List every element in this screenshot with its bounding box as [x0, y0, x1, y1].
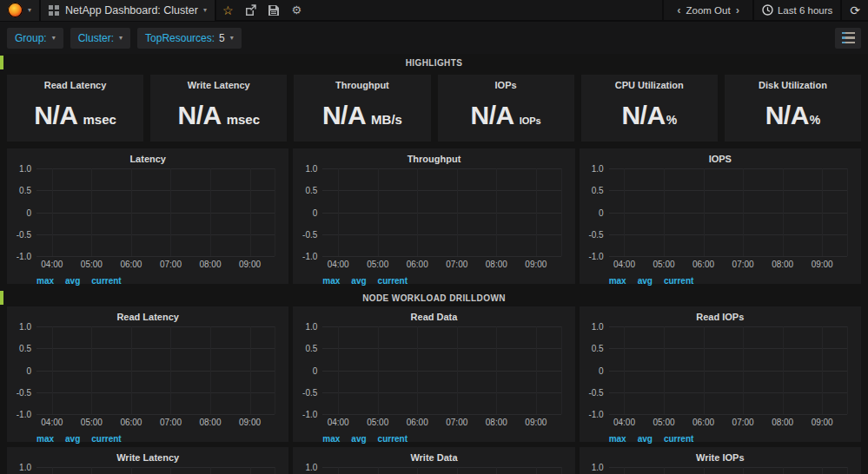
- graph-panel-title[interactable]: Write Latency: [7, 447, 288, 463]
- row-header[interactable]: NODE WORKLOAD DRILLDOWN: [0, 289, 868, 306]
- v-gridline: [704, 467, 705, 474]
- h-gridline: [609, 168, 847, 169]
- plot-area[interactable]: 04:0005:0006:0007:0008:0009:00: [609, 467, 847, 474]
- dashboard-settings-button[interactable]: ⚙: [291, 3, 301, 16]
- top-navbar: ▾ NetApp Dashboard: Cluster ▾ ☆ ⚙ ‹ Zoom…: [0, 0, 868, 22]
- legend-series-toggle[interactable]: max: [322, 434, 340, 444]
- legend-series-toggle[interactable]: current: [91, 276, 121, 286]
- time-forward-button[interactable]: ›: [731, 3, 745, 16]
- legend-series-toggle[interactable]: max: [36, 276, 54, 286]
- legend-series-toggle[interactable]: avg: [351, 434, 366, 444]
- legend-series-toggle[interactable]: max: [36, 434, 54, 444]
- variable-dropdown[interactable]: TopResources:5▾: [137, 28, 242, 49]
- legend-series-toggle[interactable]: max: [609, 434, 626, 444]
- dashboard-picker[interactable]: NetApp Dashboard: Cluster ▾: [41, 0, 216, 21]
- grafana-logo-button[interactable]: ▾: [0, 0, 41, 21]
- variable-dropdown[interactable]: Cluster:▾: [70, 28, 130, 49]
- legend-series-toggle[interactable]: current: [91, 434, 121, 444]
- stat-panel: IOPsN/AIOPs: [438, 75, 574, 142]
- h-gridline: [609, 190, 847, 191]
- x-axis-tick-label: 07:00: [446, 260, 467, 269]
- stat-panel-title[interactable]: Throughput: [294, 75, 430, 90]
- stat-value: N/AMB/s: [294, 101, 430, 130]
- legend-series-toggle[interactable]: max: [609, 276, 626, 286]
- h-gridline: [322, 234, 560, 235]
- graph-body: 1.00.50-0.5-1.004:0005:0006:0007:0008:00…: [7, 464, 283, 474]
- stat-panel-title[interactable]: Disk Utilization: [725, 75, 861, 90]
- y-axis-tick-label: 1.0: [293, 322, 317, 332]
- graph-panel-title[interactable]: IOPS: [580, 148, 861, 164]
- y-axis-tick-label: -1.0: [293, 410, 317, 419]
- h-gridline: [322, 213, 560, 214]
- v-gridline: [131, 326, 132, 414]
- v-gridline: [417, 326, 418, 414]
- legend-series-toggle[interactable]: current: [664, 276, 693, 286]
- legend-series-toggle[interactable]: avg: [638, 434, 653, 444]
- stat-panel-title[interactable]: Read Latency: [7, 75, 143, 90]
- y-axis-tick-label: 0: [580, 366, 604, 376]
- stat-panel-title[interactable]: Write Latency: [150, 75, 287, 90]
- x-axis-tick-label: 09:00: [525, 260, 547, 269]
- dashboard-body: HIGHLIGHTSRead LatencyN/AmsecWrite Laten…: [0, 54, 868, 474]
- legend-series-toggle[interactable]: avg: [65, 434, 80, 444]
- stat-panel-title[interactable]: IOPs: [438, 75, 574, 90]
- plot-area[interactable]: 04:0005:0006:0007:0008:0009:00: [36, 467, 275, 474]
- h-gridline: [322, 467, 560, 468]
- legend-series-toggle[interactable]: current: [664, 434, 693, 444]
- zoom-out-button[interactable]: Zoom Out: [686, 5, 730, 16]
- v-gridline: [536, 168, 537, 256]
- time-back-button[interactable]: ‹: [672, 3, 686, 16]
- legend-series-toggle[interactable]: avg: [65, 276, 80, 286]
- graph-panel-title[interactable]: Read Latency: [7, 306, 288, 322]
- save-dashboard-button[interactable]: [268, 5, 279, 16]
- v-gridline: [52, 168, 53, 256]
- plot-area[interactable]: 04:0005:0006:0007:0008:0009:00: [36, 168, 275, 256]
- plot-area[interactable]: 04:0005:0006:0007:0008:0009:00: [609, 326, 847, 414]
- variable-dropdown[interactable]: Group:▾: [7, 28, 63, 49]
- plot-area[interactable]: 04:0005:0006:0007:0008:0009:00: [322, 326, 560, 414]
- graph-panel-title[interactable]: Latency: [7, 148, 288, 164]
- y-axis-tick-label: 0: [7, 366, 31, 376]
- v-gridline: [664, 467, 665, 474]
- refresh-button[interactable]: ⟳: [840, 0, 868, 21]
- h-gridline: [609, 326, 847, 327]
- x-axis-tick-label: 08:00: [199, 418, 221, 427]
- stat-value-number: N/A: [177, 101, 221, 130]
- share-dashboard-button[interactable]: [245, 4, 256, 16]
- x-axis-tick-label: 09:00: [239, 418, 261, 427]
- y-axis-tick-label: 0: [580, 208, 604, 218]
- gear-icon: ⚙: [291, 3, 301, 16]
- graph-panel-title[interactable]: Read IOPs: [580, 306, 861, 322]
- save-icon: [268, 5, 279, 16]
- v-gridline: [457, 326, 458, 414]
- star-icon: ☆: [222, 3, 234, 17]
- plot-area[interactable]: 04:0005:0006:0007:0008:0009:00: [322, 467, 560, 474]
- graph-panel-title[interactable]: Write Data: [293, 447, 574, 463]
- plot-area[interactable]: 04:0005:0006:0007:0008:0009:00: [322, 168, 560, 256]
- legend-series-toggle[interactable]: current: [378, 434, 407, 444]
- stat-panel-title[interactable]: CPU Utilization: [581, 75, 718, 90]
- graph-panel-title[interactable]: Throughput: [293, 148, 574, 164]
- v-gridline: [250, 467, 251, 474]
- plot-area[interactable]: 04:0005:0006:0007:0008:0009:00: [609, 168, 847, 256]
- row-header[interactable]: HIGHLIGHTS: [0, 54, 868, 71]
- plot-area[interactable]: 04:0005:0006:0007:0008:0009:00: [36, 326, 275, 414]
- legend-series-toggle[interactable]: avg: [351, 276, 366, 286]
- legend-series-toggle[interactable]: max: [322, 276, 340, 286]
- v-gridline: [624, 326, 625, 414]
- y-axis-tick-label: 1.0: [7, 463, 31, 472]
- v-gridline: [822, 326, 823, 414]
- v-gridline: [783, 326, 784, 414]
- legend-series-toggle[interactable]: current: [378, 276, 407, 286]
- time-range-picker[interactable]: Last 6 hours: [752, 0, 840, 21]
- x-axis-tick-label: 07:00: [732, 260, 754, 269]
- graph-panel-title[interactable]: Read Data: [293, 306, 574, 322]
- panel-list-menu-button[interactable]: [835, 28, 861, 49]
- graph-panel-title[interactable]: Write IOPs: [580, 447, 861, 463]
- y-axis-tick-label: 1.0: [7, 322, 31, 332]
- legend-series-toggle[interactable]: avg: [638, 276, 653, 286]
- h-gridline: [36, 414, 275, 415]
- star-dashboard-button[interactable]: ☆: [222, 3, 234, 17]
- h-gridline: [609, 256, 847, 257]
- y-axis-tick-label: 1.0: [293, 463, 317, 472]
